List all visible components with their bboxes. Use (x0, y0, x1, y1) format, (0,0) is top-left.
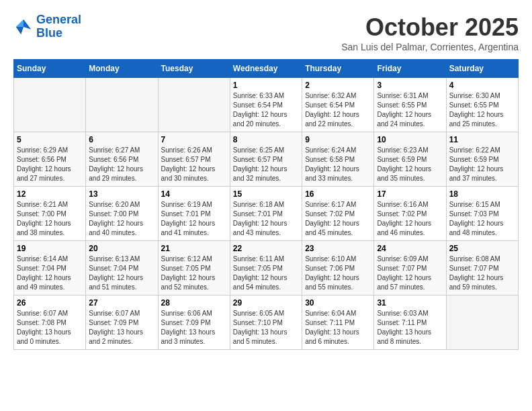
day-number: 21 (161, 244, 227, 253)
day-number: 3 (377, 81, 443, 90)
day-info: Sunrise: 6:10 AM Sunset: 7:06 PM Dayligh… (305, 255, 371, 292)
calendar-cell: 29Sunrise: 6:05 AM Sunset: 7:10 PM Dayli… (230, 295, 302, 350)
day-info: Sunrise: 6:04 AM Sunset: 7:11 PM Dayligh… (305, 309, 371, 347)
day-number: 14 (161, 189, 227, 199)
day-number: 8 (233, 135, 299, 144)
day-info: Sunrise: 6:26 AM Sunset: 6:57 PM Dayligh… (161, 146, 227, 183)
day-number: 26 (17, 298, 83, 308)
calendar-cell (446, 295, 518, 350)
day-info: Sunrise: 6:03 AM Sunset: 7:11 PM Dayligh… (377, 309, 443, 347)
day-number: 30 (305, 298, 371, 308)
calendar-cell: 12Sunrise: 6:21 AM Sunset: 7:00 PM Dayli… (14, 187, 86, 241)
weekday-header: Wednesday (230, 60, 302, 78)
calendar-cell: 17Sunrise: 6:16 AM Sunset: 7:02 PM Dayli… (374, 187, 446, 241)
calendar-cell: 28Sunrise: 6:06 AM Sunset: 7:09 PM Dayli… (158, 295, 230, 350)
svg-marker-2 (16, 27, 24, 34)
day-info: Sunrise: 6:17 AM Sunset: 7:02 PM Dayligh… (305, 200, 371, 238)
calendar-cell: 27Sunrise: 6:07 AM Sunset: 7:09 PM Dayli… (86, 295, 158, 350)
calendar-cell: 13Sunrise: 6:20 AM Sunset: 7:00 PM Dayli… (86, 187, 158, 241)
day-info: Sunrise: 6:09 AM Sunset: 7:07 PM Dayligh… (377, 255, 443, 292)
calendar-week-row: 19Sunrise: 6:14 AM Sunset: 7:04 PM Dayli… (14, 241, 519, 295)
day-info: Sunrise: 6:12 AM Sunset: 7:05 PM Dayligh… (161, 255, 227, 292)
calendar-cell: 15Sunrise: 6:18 AM Sunset: 7:01 PM Dayli… (230, 187, 302, 241)
day-number: 31 (377, 298, 443, 308)
day-info: Sunrise: 6:07 AM Sunset: 7:09 PM Dayligh… (89, 309, 154, 347)
day-info: Sunrise: 6:30 AM Sunset: 6:55 PM Dayligh… (449, 91, 515, 129)
logo-blue: Blue (36, 26, 62, 40)
calendar-cell: 24Sunrise: 6:09 AM Sunset: 7:07 PM Dayli… (374, 241, 446, 295)
calendar-cell: 7Sunrise: 6:26 AM Sunset: 6:57 PM Daylig… (158, 132, 230, 187)
calendar-cell: 9Sunrise: 6:24 AM Sunset: 6:58 PM Daylig… (302, 132, 374, 187)
day-number: 7 (161, 135, 227, 144)
day-info: Sunrise: 6:18 AM Sunset: 7:01 PM Dayligh… (233, 200, 299, 238)
day-info: Sunrise: 6:16 AM Sunset: 7:02 PM Dayligh… (377, 200, 443, 238)
day-number: 19 (17, 244, 83, 253)
day-number: 10 (377, 135, 443, 144)
day-info: Sunrise: 6:33 AM Sunset: 6:54 PM Dayligh… (233, 91, 299, 129)
calendar-cell: 30Sunrise: 6:04 AM Sunset: 7:11 PM Dayli… (302, 295, 374, 350)
weekday-header: Monday (86, 60, 158, 78)
day-info: Sunrise: 6:21 AM Sunset: 7:00 PM Dayligh… (17, 200, 83, 238)
day-number: 16 (305, 189, 371, 199)
calendar-cell: 20Sunrise: 6:13 AM Sunset: 7:04 PM Dayli… (86, 241, 158, 295)
weekday-header: Sunday (14, 60, 86, 78)
day-info: Sunrise: 6:07 AM Sunset: 7:08 PM Dayligh… (17, 309, 83, 347)
day-info: Sunrise: 6:11 AM Sunset: 7:05 PM Dayligh… (233, 255, 299, 292)
weekday-header: Saturday (446, 60, 518, 78)
day-info: Sunrise: 6:06 AM Sunset: 7:09 PM Dayligh… (161, 309, 227, 347)
calendar-cell: 23Sunrise: 6:10 AM Sunset: 7:06 PM Dayli… (302, 241, 374, 295)
day-number: 24 (377, 244, 443, 253)
logo-general: General (36, 13, 81, 26)
day-info: Sunrise: 6:14 AM Sunset: 7:04 PM Dayligh… (17, 255, 83, 292)
calendar-cell: 6Sunrise: 6:27 AM Sunset: 6:56 PM Daylig… (86, 132, 158, 187)
calendar-cell: 25Sunrise: 6:08 AM Sunset: 7:07 PM Dayli… (446, 241, 518, 295)
day-number: 20 (89, 244, 154, 253)
day-number: 4 (449, 81, 515, 90)
day-info: Sunrise: 6:05 AM Sunset: 7:10 PM Dayligh… (233, 309, 299, 347)
calendar-cell: 19Sunrise: 6:14 AM Sunset: 7:04 PM Dayli… (14, 241, 86, 295)
day-number: 27 (89, 298, 154, 308)
calendar-week-row: 12Sunrise: 6:21 AM Sunset: 7:00 PM Dayli… (14, 187, 519, 241)
weekday-header-row: SundayMondayTuesdayWednesdayThursdayFrid… (14, 60, 519, 78)
calendar-cell: 4Sunrise: 6:30 AM Sunset: 6:55 PM Daylig… (446, 78, 518, 132)
day-info: Sunrise: 6:19 AM Sunset: 7:01 PM Dayligh… (161, 200, 227, 238)
calendar-week-row: 5Sunrise: 6:29 AM Sunset: 6:56 PM Daylig… (14, 132, 519, 187)
day-number: 29 (233, 298, 299, 308)
day-number: 22 (233, 244, 299, 253)
day-number: 28 (161, 298, 227, 308)
day-info: Sunrise: 6:08 AM Sunset: 7:07 PM Dayligh… (449, 255, 515, 292)
calendar-cell: 21Sunrise: 6:12 AM Sunset: 7:05 PM Dayli… (158, 241, 230, 295)
day-number: 17 (377, 189, 443, 199)
svg-marker-1 (16, 19, 24, 27)
calendar-cell: 31Sunrise: 6:03 AM Sunset: 7:11 PM Dayli… (374, 295, 446, 350)
weekday-header: Thursday (302, 60, 374, 78)
calendar-cell: 5Sunrise: 6:29 AM Sunset: 6:56 PM Daylig… (14, 132, 86, 187)
calendar-cell: 22Sunrise: 6:11 AM Sunset: 7:05 PM Dayli… (230, 241, 302, 295)
calendar-cell: 14Sunrise: 6:19 AM Sunset: 7:01 PM Dayli… (158, 187, 230, 241)
logo: General Blue (13, 13, 81, 40)
title-section: October 2025 San Luis del Palmar, Corrie… (341, 13, 519, 52)
day-number: 9 (305, 135, 371, 144)
day-info: Sunrise: 6:31 AM Sunset: 6:55 PM Dayligh… (377, 91, 443, 129)
day-number: 15 (233, 189, 299, 199)
svg-marker-0 (24, 19, 31, 30)
day-info: Sunrise: 6:20 AM Sunset: 7:00 PM Dayligh… (89, 200, 154, 238)
calendar-cell (14, 78, 86, 132)
day-number: 11 (449, 135, 515, 144)
day-number: 25 (449, 244, 515, 253)
calendar-cell: 11Sunrise: 6:22 AM Sunset: 6:59 PM Dayli… (446, 132, 518, 187)
calendar-cell: 1Sunrise: 6:33 AM Sunset: 6:54 PM Daylig… (230, 78, 302, 132)
day-number: 6 (89, 135, 154, 144)
day-info: Sunrise: 6:25 AM Sunset: 6:57 PM Dayligh… (233, 146, 299, 183)
day-number: 2 (305, 81, 371, 90)
day-info: Sunrise: 6:32 AM Sunset: 6:54 PM Dayligh… (305, 91, 371, 129)
location-subtitle: San Luis del Palmar, Corrientes, Argenti… (341, 42, 519, 52)
day-info: Sunrise: 6:23 AM Sunset: 6:59 PM Dayligh… (377, 146, 443, 183)
calendar-week-row: 1Sunrise: 6:33 AM Sunset: 6:54 PM Daylig… (14, 78, 519, 132)
day-info: Sunrise: 6:27 AM Sunset: 6:56 PM Dayligh… (89, 146, 154, 183)
day-info: Sunrise: 6:15 AM Sunset: 7:03 PM Dayligh… (449, 200, 515, 238)
day-info: Sunrise: 6:22 AM Sunset: 6:59 PM Dayligh… (449, 146, 515, 183)
calendar-cell: 26Sunrise: 6:07 AM Sunset: 7:08 PM Dayli… (14, 295, 86, 350)
day-info: Sunrise: 6:13 AM Sunset: 7:04 PM Dayligh… (89, 255, 154, 292)
calendar-cell: 18Sunrise: 6:15 AM Sunset: 7:03 PM Dayli… (446, 187, 518, 241)
